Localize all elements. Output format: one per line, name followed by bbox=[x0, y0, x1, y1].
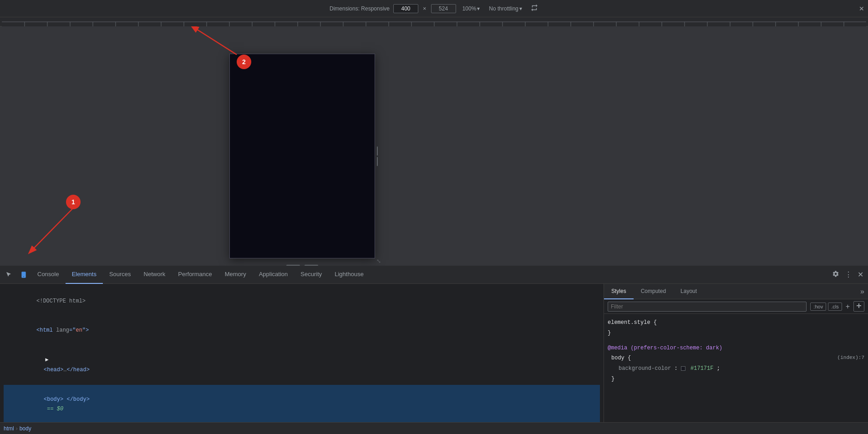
dimensions-label: Dimensions: Responsive bbox=[330, 5, 390, 12]
devtools-settings-button[interactable] bbox=[829, 268, 842, 281]
css-prop-value: #17171F bbox=[690, 365, 713, 372]
dom-line-head[interactable]: ▶ <head>…</head> bbox=[4, 346, 600, 385]
new-style-rule-button[interactable] bbox=[853, 301, 864, 312]
tab-performance[interactable]: Performance bbox=[172, 266, 218, 284]
breadcrumb-separator: › bbox=[16, 425, 18, 432]
tab-elements[interactable]: Elements bbox=[66, 266, 103, 284]
inspect-element-button[interactable] bbox=[2, 269, 16, 280]
styles-panel: Styles Computed Layout » :hov bbox=[604, 284, 868, 422]
zoom-chevron-icon: ▾ bbox=[477, 5, 480, 12]
tab-console[interactable]: Console bbox=[31, 266, 66, 284]
breadcrumb-html[interactable]: html bbox=[4, 425, 14, 432]
phone-scrollbar[interactable] bbox=[376, 54, 379, 258]
css-rule-close: } bbox=[611, 374, 864, 384]
dimensions-separator: × bbox=[423, 5, 426, 12]
styles-filter-input[interactable] bbox=[608, 302, 807, 312]
tab-sources[interactable]: Sources bbox=[103, 266, 137, 284]
phone-preview: ⤡ bbox=[229, 54, 375, 258]
css-rule-media-dark: @media (prefers-color-scheme: dark) body… bbox=[608, 343, 864, 384]
annotation-2: 2 bbox=[237, 55, 251, 69]
devtools-content-area: <!DOCTYPE html> <html lang="en"> ▶ <head… bbox=[0, 284, 868, 422]
devtools-tabs-bar: Console Elements Sources Network Perform… bbox=[0, 266, 868, 284]
dom-tree-panel[interactable]: <!DOCTYPE html> <html lang="en"> ▶ <head… bbox=[0, 284, 604, 422]
responsive-toolbar: Dimensions: Responsive × 100% ▾ No throt… bbox=[0, 0, 868, 17]
styles-filter-bar: :hov .cls + bbox=[604, 299, 868, 314]
tab-memory[interactable]: Memory bbox=[218, 266, 253, 284]
zoom-button[interactable]: 100% ▾ bbox=[460, 5, 483, 13]
tab-application[interactable]: Application bbox=[253, 266, 294, 284]
height-input[interactable] bbox=[431, 4, 456, 13]
css-property-background-color[interactable]: background-color : #17171F ; bbox=[611, 363, 864, 374]
close-devtools-icon[interactable]: ✕ bbox=[859, 5, 864, 12]
dom-breadcrumb: html › body bbox=[0, 422, 868, 434]
devtools-more-button[interactable]: ⋮ bbox=[842, 268, 855, 281]
tab-lighthouse[interactable]: Lighthouse bbox=[328, 266, 370, 284]
style-tab-styles[interactable]: Styles bbox=[604, 284, 634, 299]
css-selector-body: body { (index):7 bbox=[611, 353, 864, 363]
hover-pseudo-button[interactable]: :hov bbox=[810, 303, 826, 311]
width-input[interactable] bbox=[393, 4, 418, 13]
tab-network[interactable]: Network bbox=[137, 266, 172, 284]
style-tab-layout[interactable]: Layout bbox=[673, 284, 704, 299]
css-prop-name: background-color bbox=[619, 365, 671, 372]
styles-more-tabs-button[interactable]: » bbox=[857, 284, 868, 299]
styles-rules-content: element.style { } @media (prefers-color-… bbox=[604, 314, 868, 422]
devtools-close-button[interactable]: ✕ bbox=[855, 268, 866, 281]
devtools-panel: Console Elements Sources Network Perform… bbox=[0, 266, 868, 434]
breadcrumb-body[interactable]: body bbox=[20, 425, 31, 432]
tab-security[interactable]: Security bbox=[294, 266, 328, 284]
rotate-button[interactable] bbox=[530, 4, 538, 14]
svg-line-43 bbox=[196, 29, 237, 55]
resize-corner-icon[interactable]: ⤡ bbox=[376, 258, 381, 264]
css-rule-element-style: element.style { } bbox=[608, 318, 864, 338]
annotation-1: 1 bbox=[66, 195, 81, 209]
device-mode-button[interactable] bbox=[16, 269, 31, 280]
dom-line-html[interactable]: <html lang="en"> bbox=[4, 316, 600, 346]
color-swatch[interactable] bbox=[681, 366, 685, 371]
class-pseudo-button[interactable]: .cls bbox=[828, 303, 842, 311]
css-selector-element-style: element.style { bbox=[608, 318, 864, 328]
throttle-button[interactable]: No throttling ▾ bbox=[486, 5, 525, 13]
ruler-bar bbox=[0, 17, 868, 26]
styles-sub-tabs: Styles Computed Layout » bbox=[604, 284, 868, 299]
svg-line-41 bbox=[33, 206, 75, 249]
css-rule-body: } bbox=[608, 328, 864, 338]
svg-rect-45 bbox=[858, 303, 859, 308]
dom-line-body[interactable]: <body> </body> == $0 bbox=[4, 385, 600, 422]
pseudo-class-buttons: :hov .cls bbox=[810, 303, 842, 311]
css-media-body: body { (index):7 background-color : #171… bbox=[608, 353, 864, 384]
dom-line-doctype: <!DOCTYPE html> bbox=[4, 287, 600, 316]
css-media-query: @media (prefers-color-scheme: dark) bbox=[608, 343, 864, 353]
throttle-chevron-icon: ▾ bbox=[519, 5, 522, 12]
style-tab-computed[interactable]: Computed bbox=[634, 284, 673, 299]
css-source-ref[interactable]: (index):7 bbox=[838, 353, 864, 363]
add-style-rule-button[interactable]: + bbox=[846, 303, 850, 311]
